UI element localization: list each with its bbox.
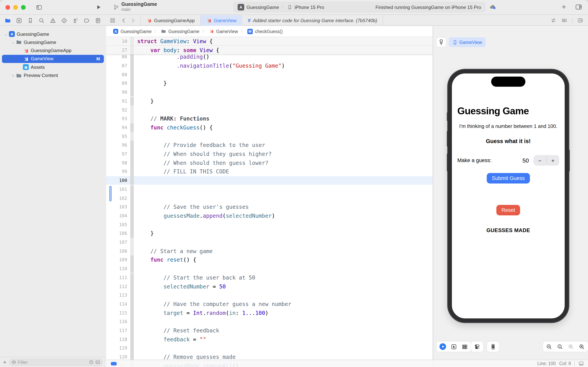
- run-button[interactable]: [96, 4, 101, 10]
- code-line-102[interactable]: 102: [106, 194, 432, 202]
- related-items-icon[interactable]: [110, 17, 116, 23]
- sidebar-item-guessinggame[interactable]: ⌄GuessingGame: [2, 38, 104, 46]
- sidebar-item-preview-content[interactable]: ›Preview Content: [2, 71, 104, 80]
- tab-added[interactable]: #Added starter code for Guessing Game in…: [242, 15, 383, 26]
- pin-preview-icon[interactable]: [436, 37, 446, 47]
- sidebar-item-guessinggameapp[interactable]: GuessingGameApp: [2, 46, 104, 55]
- breadcrumb-item[interactable]: checkGuess(): [255, 29, 283, 34]
- code-line-95[interactable]: 95: [106, 132, 432, 141]
- code-line-118[interactable]: 118 feedback = "": [106, 335, 432, 344]
- code-line-98[interactable]: 98 // When should then guess lower?: [106, 158, 432, 167]
- run-destination[interactable]: iPhone 15 Pro: [294, 4, 324, 10]
- sidebar-item-assets[interactable]: ▣Assets: [2, 63, 104, 71]
- bottom-bar-toggle-icon[interactable]: [578, 361, 584, 366]
- forward-button-icon[interactable]: [130, 17, 136, 23]
- filter-field[interactable]: Filter: [9, 359, 103, 366]
- variants-mode-icon[interactable]: [462, 343, 468, 350]
- adjust-editor-options-icon[interactable]: [561, 17, 567, 23]
- zoom-fit-icon[interactable]: [568, 343, 574, 350]
- code-line-119[interactable]: 119: [106, 344, 432, 352]
- new-tab-button[interactable]: +: [559, 2, 569, 12]
- code-line-109[interactable]: 109 func reset() {: [106, 255, 432, 264]
- breakpoint-navigator-icon[interactable]: [84, 17, 90, 24]
- debug-navigator-icon[interactable]: [72, 17, 79, 24]
- code-line-93[interactable]: 93 // MARK: Functions: [106, 114, 432, 123]
- add-file-button[interactable]: +: [3, 359, 7, 366]
- code-line-116[interactable]: 116: [106, 317, 432, 326]
- inspector-toggle-icon[interactable]: [575, 3, 583, 10]
- code-line-90[interactable]: 90: [106, 88, 432, 97]
- focus-indicator-icon[interactable]: [111, 362, 117, 365]
- code-line-107[interactable]: 107: [106, 238, 432, 246]
- disclosure-chevron-icon[interactable]: ⌄: [11, 41, 15, 44]
- code-line-108[interactable]: 108 // Start a new game: [106, 247, 432, 255]
- add-editor-icon[interactable]: [577, 17, 583, 23]
- code-line-106[interactable]: 106 }: [106, 229, 432, 238]
- device-settings-button[interactable]: [487, 341, 499, 352]
- jump-bar[interactable]: AGuessingGame〉GuessingGame〉GameView〉Mche…: [106, 26, 432, 37]
- close-window-button[interactable]: [5, 5, 10, 10]
- breadcrumb-item[interactable]: GuessingGame: [121, 29, 152, 34]
- zoom-100-icon[interactable]: 1: [557, 343, 563, 350]
- bookmark-navigator-icon[interactable]: [27, 17, 34, 24]
- code-line-115[interactable]: 115 target = Int.random(in: 1...100): [106, 309, 432, 317]
- report-navigator-icon[interactable]: [95, 17, 101, 24]
- back-button-icon[interactable]: [121, 17, 127, 23]
- code-line-10[interactable]: 10struct GameView: View {: [106, 37, 432, 46]
- source-control-navigator-icon[interactable]: [16, 17, 22, 24]
- navigator-toggle-icon[interactable]: [36, 4, 42, 10]
- code-line-92[interactable]: 92: [106, 105, 432, 114]
- code-line-89[interactable]: 89 }: [106, 79, 432, 88]
- issue-navigator-icon[interactable]: [50, 17, 56, 24]
- code-line-27[interactable]: 27 var body: some View {: [106, 46, 432, 54]
- reset-button[interactable]: Reset: [496, 205, 520, 215]
- scheme-name[interactable]: GuessingGame: [247, 4, 279, 10]
- preview-target-chip[interactable]: GameView: [449, 37, 486, 47]
- project-navigator-icon[interactable]: [5, 17, 11, 24]
- code-line-110[interactable]: 110: [106, 264, 432, 273]
- code-line-97[interactable]: 97 // When should they guess higher?: [106, 150, 432, 158]
- find-navigator-icon[interactable]: [39, 17, 45, 24]
- disclosure-chevron-icon[interactable]: ⌄: [4, 32, 8, 36]
- breadcrumb-item[interactable]: GameView: [216, 29, 238, 34]
- code-line-91[interactable]: 91 }: [106, 97, 432, 105]
- sidebar-item-guessinggame[interactable]: ⌄AGuessingGame: [2, 30, 104, 38]
- code-review-icon[interactable]: [550, 17, 556, 23]
- code-line-112[interactable]: 112 selectedNumber = 50: [106, 282, 432, 291]
- code-line-114[interactable]: 114 // Have the computer guess a new num…: [106, 300, 432, 308]
- submit-guess-button[interactable]: Submit Guess: [487, 173, 530, 184]
- code-line-94[interactable]: 94 func checkGuess() {: [106, 123, 432, 132]
- xcode-cloud-icon[interactable]: [488, 3, 497, 10]
- code-line-87[interactable]: 87 .navigationTitle("Guessing Game"): [106, 61, 432, 70]
- guess-stepper[interactable]: − +: [534, 155, 559, 166]
- test-navigator-icon[interactable]: [61, 17, 67, 24]
- code-line-103[interactable]: 103 // Save the user's guesses: [106, 202, 432, 211]
- code-line-96[interactable]: 96 // Provide feedback to the user: [106, 141, 432, 150]
- zoom-out-icon[interactable]: [546, 343, 552, 350]
- recent-files-icon[interactable]: [89, 360, 94, 365]
- stepper-decrement-button[interactable]: −: [534, 157, 546, 164]
- stepper-increment-button[interactable]: +: [546, 157, 559, 164]
- sidebar-item-gameview[interactable]: GameViewM: [2, 55, 104, 63]
- activity-view[interactable]: A GuessingGame 〉 iPhone 15 Pro Finished …: [233, 2, 485, 12]
- source-control-summary[interactable]: GuessingGame main: [113, 1, 157, 12]
- tab-gameview[interactable]: GameView: [201, 15, 242, 26]
- selectable-mode-icon[interactable]: [451, 343, 457, 350]
- zoom-window-button[interactable]: [21, 5, 26, 10]
- code-line-101[interactable]: 101: [106, 185, 432, 194]
- code-line-100[interactable]: 100: [106, 176, 432, 185]
- breadcrumb-item[interactable]: GuessingGame: [168, 29, 200, 34]
- minimize-window-button[interactable]: [13, 5, 18, 10]
- code-line-104[interactable]: 104 guessesMade.append(selectedNumber): [106, 211, 432, 220]
- code-line-111[interactable]: 111 // Start the user back at 50: [106, 273, 432, 282]
- code-line-105[interactable]: 105: [106, 220, 432, 229]
- color-scheme-button[interactable]: [471, 341, 483, 352]
- disclosure-chevron-icon[interactable]: ›: [11, 73, 15, 78]
- code-line-99[interactable]: 99 // FILL IN THIS CODE: [106, 167, 432, 176]
- tab-guessinggameapp[interactable]: GuessingGameApp: [140, 15, 201, 26]
- live-preview-icon[interactable]: [439, 343, 446, 350]
- zoom-in-icon[interactable]: [579, 343, 585, 350]
- code-line-113[interactable]: 113: [106, 291, 432, 300]
- source-control-status-filter-icon[interactable]: [95, 360, 100, 365]
- code-line-117[interactable]: 117 // Reset feedback: [106, 326, 432, 335]
